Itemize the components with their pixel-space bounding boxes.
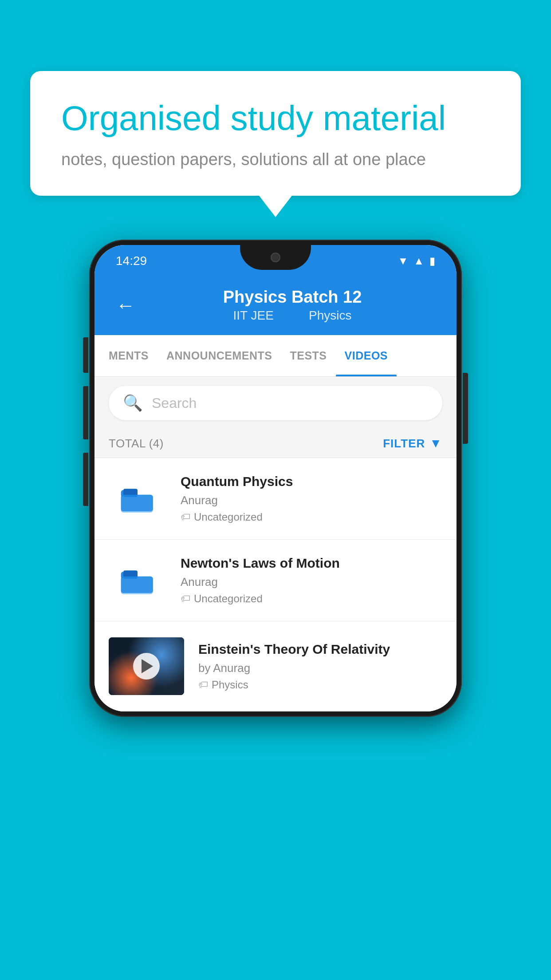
filter-label: FILTER — [383, 437, 425, 450]
video-author: Anurag — [181, 494, 442, 507]
tag-icon: 🏷 — [198, 679, 208, 691]
list-item[interactable]: Einstein's Theory Of Relativity by Anura… — [94, 621, 457, 711]
svg-rect-9 — [121, 576, 153, 593]
list-item[interactable]: Newton's Laws of Motion Anurag 🏷 Uncateg… — [94, 540, 457, 621]
video-info: Quantum Physics Anurag 🏷 Uncategorized — [181, 474, 442, 523]
signal-icon: ▲ — [413, 255, 424, 267]
folder-icon — [120, 481, 155, 517]
folder-icon — [120, 563, 155, 598]
header-subtitle: IIT JEE Physics — [150, 308, 435, 323]
video-info: Newton's Laws of Motion Anurag 🏷 Uncateg… — [181, 556, 442, 605]
video-author: Anurag — [181, 575, 442, 589]
speech-bubble-container: Organised study material notes, question… — [30, 71, 521, 196]
tab-ments[interactable]: MENTS — [100, 335, 157, 376]
header-subtitle-part2: Physics — [309, 308, 351, 322]
status-icons: ▼ ▲ ▮ — [398, 255, 435, 267]
video-tag: 🏷 Uncategorized — [181, 511, 442, 523]
video-tag: 🏷 Physics — [198, 679, 442, 691]
phone-outer: 14:29 ▼ ▲ ▮ ← Physics Batch 12 IIT JEE — [89, 240, 462, 717]
video-title: Newton's Laws of Motion — [181, 556, 442, 571]
video-tag: 🏷 Uncategorized — [181, 593, 442, 605]
filter-icon: ▼ — [429, 436, 442, 450]
video-title: Quantum Physics — [181, 474, 442, 489]
svg-rect-4 — [121, 494, 153, 511]
camera-dot — [271, 253, 280, 262]
speech-bubble-subtitle: notes, question papers, solutions all at… — [61, 150, 490, 169]
speech-bubble: Organised study material notes, question… — [30, 71, 521, 196]
video-author: by Anurag — [198, 661, 442, 675]
tag-label: Physics — [212, 679, 248, 691]
header-subtitle-separator — [288, 308, 295, 322]
tab-tests[interactable]: TESTS — [281, 335, 335, 376]
play-triangle-icon — [142, 659, 153, 673]
play-button[interactable] — [133, 653, 160, 680]
tag-label: Uncategorized — [194, 593, 263, 605]
search-placeholder: Search — [152, 395, 197, 411]
video-title: Einstein's Theory Of Relativity — [198, 642, 442, 657]
header-subtitle-part1: IIT JEE — [233, 308, 274, 322]
folder-icon-container — [109, 477, 166, 521]
tag-icon: 🏷 — [181, 511, 190, 523]
list-item[interactable]: Quantum Physics Anurag 🏷 Uncategorized — [94, 458, 457, 540]
search-container: 🔍 Search — [94, 377, 457, 429]
header-title: Physics Batch 12 — [150, 288, 435, 307]
side-button-left-top — [83, 337, 88, 373]
video-info: Einstein's Theory Of Relativity by Anura… — [198, 642, 442, 691]
speech-bubble-title: Organised study material — [61, 98, 490, 139]
header-title-block: Physics Batch 12 IIT JEE Physics — [150, 288, 435, 323]
side-button-left-bot — [83, 453, 88, 506]
side-button-left-mid — [83, 386, 88, 439]
total-count: TOTAL (4) — [109, 437, 164, 450]
phone-screen: 14:29 ▼ ▲ ▮ ← Physics Batch 12 IIT JEE — [94, 245, 457, 711]
wifi-icon: ▼ — [398, 255, 408, 267]
tabs-bar: MENTS ANNOUNCEMENTS TESTS VIDEOS — [94, 335, 457, 377]
video-list: Quantum Physics Anurag 🏷 Uncategorized — [94, 458, 457, 711]
tag-icon: 🏷 — [181, 593, 190, 605]
filter-button[interactable]: FILTER ▼ — [383, 436, 442, 450]
folder-icon-container — [109, 558, 166, 603]
tab-announcements[interactable]: ANNOUNCEMENTS — [157, 335, 281, 376]
battery-icon: ▮ — [429, 255, 435, 267]
tab-videos[interactable]: VIDEOS — [336, 335, 397, 376]
tag-label: Uncategorized — [194, 511, 263, 523]
status-time: 14:29 — [116, 254, 147, 268]
einstein-thumbnail — [109, 637, 184, 695]
search-icon: 🔍 — [123, 394, 143, 412]
filter-bar: TOTAL (4) FILTER ▼ — [94, 429, 457, 458]
phone-wrapper: 14:29 ▼ ▲ ▮ ← Physics Batch 12 IIT JEE — [89, 240, 462, 717]
app-header: ← Physics Batch 12 IIT JEE Physics — [94, 277, 457, 335]
side-button-right — [463, 373, 468, 444]
status-bar: 14:29 ▼ ▲ ▮ — [94, 245, 457, 277]
back-button[interactable]: ← — [116, 294, 135, 316]
notch — [240, 245, 311, 270]
search-bar[interactable]: 🔍 Search — [109, 386, 442, 420]
